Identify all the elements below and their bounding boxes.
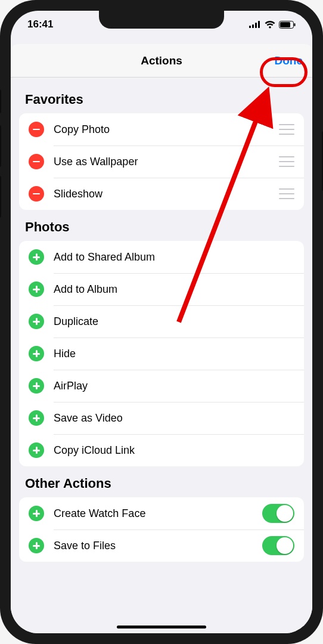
toggle-switch[interactable]: [262, 536, 294, 555]
other-row[interactable]: Create Watch Face: [19, 497, 304, 530]
svg-rect-2: [255, 23, 257, 28]
photos-row[interactable]: Add to Shared Album: [19, 241, 304, 273]
add-icon[interactable]: [29, 281, 44, 297]
favorites-row[interactable]: Slideshow: [19, 178, 304, 210]
status-icons: [249, 21, 296, 29]
favorites-header: Favorites: [11, 82, 312, 113]
row-label: Add to Shared Album: [54, 251, 294, 264]
cellular-signal-icon: [249, 21, 261, 28]
content-scroll[interactable]: Favorites Copy Photo Use as Wallpaper: [11, 78, 312, 633]
row-label: Use as Wallpaper: [54, 156, 274, 168]
svg-rect-5: [280, 22, 290, 27]
add-icon[interactable]: [29, 410, 44, 426]
row-label: Hide: [54, 348, 294, 360]
reorder-handle-icon[interactable]: [279, 188, 294, 199]
remove-icon[interactable]: [29, 154, 44, 169]
notch: [99, 11, 224, 29]
row-label: Create Watch Face: [54, 507, 262, 520]
row-label: AirPlay: [54, 380, 294, 392]
photos-row[interactable]: Add to Album: [19, 273, 304, 305]
wifi-icon: [265, 21, 275, 29]
reorder-handle-icon[interactable]: [279, 156, 294, 167]
home-indicator[interactable]: [117, 626, 206, 628]
add-icon[interactable]: [29, 538, 44, 553]
toggle-switch[interactable]: [262, 504, 294, 523]
add-icon[interactable]: [29, 249, 44, 265]
navbar: Actions Done: [11, 44, 312, 78]
photos-row[interactable]: Copy iCloud Link: [19, 434, 304, 466]
row-label: Save to Files: [54, 540, 262, 552]
battery-icon: [279, 21, 296, 29]
photos-row[interactable]: Hide: [19, 338, 304, 370]
add-icon[interactable]: [29, 506, 44, 521]
remove-icon[interactable]: [29, 186, 44, 202]
other-actions-card: Create Watch Face Save to Files: [19, 497, 304, 562]
add-icon[interactable]: [29, 378, 44, 394]
row-label: Copy Photo: [54, 123, 274, 136]
row-label: Slideshow: [54, 188, 274, 200]
remove-icon[interactable]: [29, 122, 44, 137]
row-label: Add to Album: [54, 283, 294, 296]
row-label: Save as Video: [54, 412, 294, 425]
svg-rect-1: [252, 24, 254, 28]
add-icon[interactable]: [29, 314, 44, 329]
photos-row[interactable]: Duplicate: [19, 305, 304, 338]
status-time: 16:41: [27, 18, 53, 30]
favorites-row[interactable]: Copy Photo: [19, 113, 304, 145]
other-actions-header: Other Actions: [11, 466, 312, 497]
row-label: Duplicate: [54, 315, 294, 328]
row-label: Copy iCloud Link: [54, 444, 294, 457]
favorites-row[interactable]: Use as Wallpaper: [19, 145, 304, 178]
add-icon[interactable]: [29, 346, 44, 361]
reorder-handle-icon[interactable]: [279, 124, 294, 135]
svg-rect-3: [258, 21, 260, 28]
favorites-card: Copy Photo Use as Wallpaper Slideshow: [19, 113, 304, 210]
other-row[interactable]: Save to Files: [19, 530, 304, 562]
svg-rect-0: [249, 26, 251, 28]
navbar-title: Actions: [141, 54, 182, 67]
photos-header: Photos: [11, 210, 312, 241]
photos-row[interactable]: Save as Video: [19, 402, 304, 434]
actions-modal: Actions Done Favorites Copy Photo Use as…: [11, 44, 312, 633]
photos-row[interactable]: AirPlay: [19, 370, 304, 402]
add-icon[interactable]: [29, 442, 44, 458]
svg-rect-6: [294, 23, 296, 26]
done-button[interactable]: Done: [275, 54, 303, 67]
photos-card: Add to Shared Album Add to Album Duplica…: [19, 241, 304, 466]
